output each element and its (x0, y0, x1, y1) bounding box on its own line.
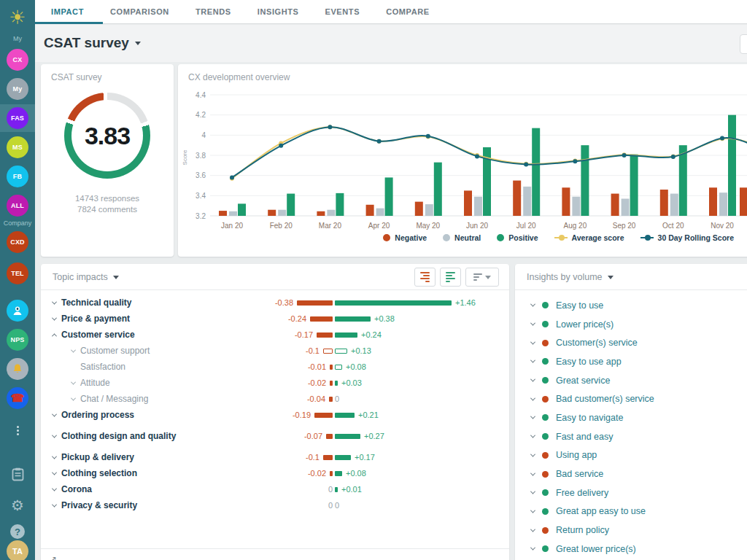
insight-label: Return policy (556, 525, 609, 535)
sidebar-section-my: My (0, 35, 35, 42)
legend-item[interactable]: Neutral (443, 233, 481, 242)
svg-text:Score: Score (182, 149, 188, 165)
topic-impacts-title: Topic impacts (53, 272, 108, 282)
insight-row[interactable]: Using app (515, 446, 747, 465)
user-avatar[interactable]: TA (7, 540, 28, 560)
chevron-down-icon (530, 302, 535, 307)
settings-gear-icon[interactable]: ⚙ (0, 497, 35, 514)
topic-row[interactable]: Technical quality-0.38+1.46 (41, 295, 509, 311)
tab-impact[interactable]: IMPACT (51, 0, 84, 24)
insight-row[interactable]: Easy to use app (515, 352, 747, 371)
insight-row[interactable]: Bad service (515, 464, 747, 483)
topic-impacts-dropdown[interactable]: Topic impacts (53, 272, 119, 282)
sidebar-item-fas[interactable]: FAS (7, 107, 28, 129)
topic-label: Chat / Messaging (80, 394, 148, 404)
sentiment-dot-icon (542, 340, 549, 346)
positive-impact-bar (335, 349, 347, 354)
insight-row[interactable]: Great app easy to use (515, 502, 747, 521)
app-logo-sun-icon[interactable]: ☀ (0, 4, 35, 31)
sidebar-item-all[interactable]: ALL (7, 195, 28, 217)
sidebar-item-fb[interactable]: FB (7, 166, 28, 187)
positive-impact-value: +0.21 (358, 411, 379, 419)
topic-label: Customer service (61, 330, 135, 340)
insight-label: Bad service (556, 469, 603, 479)
positive-impact-value: +0.08 (346, 469, 366, 478)
insight-row[interactable]: Free delivery (515, 483, 747, 502)
topic-row[interactable]: Chat / Messaging-0.040 (41, 391, 509, 407)
legend-item[interactable]: Average score (554, 233, 624, 242)
insights-dropdown[interactable]: Insights by volume (527, 272, 614, 282)
sort-by-negative-button[interactable] (414, 268, 436, 287)
positive-impact-bar (335, 332, 357, 338)
legend-item[interactable]: 30 Day Rolling Score (640, 233, 734, 242)
insight-row[interactable]: Easy to use (515, 296, 747, 315)
topic-row[interactable]: Clothing selection-0.02+0.08 (41, 465, 509, 481)
chevron-down-icon (530, 451, 535, 456)
topic-row[interactable]: Satisfaction-0.01+0.08 (41, 359, 509, 375)
sentiment-dot-icon (542, 489, 549, 496)
sidebar-item-person-icon[interactable] (7, 300, 28, 322)
topic-row[interactable]: Attitude-0.02+0.03 (41, 375, 509, 391)
insight-row[interactable]: Great service (515, 371, 747, 390)
sidebar-item-ms[interactable]: MS (7, 136, 28, 158)
insight-row[interactable]: Bad customer(s) service (515, 389, 747, 408)
negative-impact-value: -0.01 (308, 362, 326, 371)
topic-row[interactable]: Price & payment-0.24+0.38 (41, 311, 509, 327)
chevron-down-icon (608, 276, 614, 279)
sidebar-item-phone-icon[interactable]: ☎ (7, 387, 28, 409)
sidebar-item-bell-icon[interactable] (7, 358, 28, 380)
sort-order-dropdown-button[interactable] (465, 268, 499, 287)
insight-label: Lower price(s) (556, 319, 614, 330)
topic-row[interactable]: Customer support-0.1+0.13 (41, 343, 509, 359)
svg-text:4.4: 4.4 (196, 91, 206, 99)
help-icon[interactable]: ? (0, 524, 35, 539)
topic-row[interactable]: Ordering process-0.19+0.21 (41, 407, 509, 423)
survey-selector[interactable]: CSAT survey (44, 35, 141, 51)
insight-row[interactable]: Return policy (515, 521, 747, 540)
workspace-sidebar: ☀ My Company CXMyFASMSFBALLCXDTELNPS☎ ⚙ … (0, 0, 35, 560)
legend-item[interactable]: Positive (497, 233, 538, 242)
insight-row[interactable]: Customer(s) service (515, 333, 747, 352)
tab-events[interactable]: EVENTS (325, 0, 360, 24)
more-options-icon[interactable] (0, 424, 35, 437)
legend-item[interactable]: Negative (383, 233, 427, 242)
topic-row[interactable]: Pickup & delivery-0.1+0.17 (41, 449, 509, 465)
clipboard-icon[interactable] (0, 467, 35, 481)
negative-impact-bar (310, 316, 333, 322)
topic-row[interactable]: Privacy & security00 (41, 497, 509, 513)
chevron-down-icon (530, 358, 535, 363)
export-icon[interactable]: ↗ (50, 554, 57, 560)
cx-combo-chart[interactable]: 3.23.43.63.844.24.4ScoreJan 20Feb 20Mar … (178, 88, 747, 233)
tab-comparison[interactable]: COMPARISON (110, 0, 169, 24)
topic-row[interactable]: Corona0+0.01 (41, 481, 509, 497)
svg-text:Feb 20: Feb 20 (270, 222, 293, 230)
sentiment-dot-icon (542, 321, 549, 327)
negative-impact-bar (323, 349, 333, 354)
sidebar-item-my[interactable]: My (7, 78, 28, 100)
insight-row[interactable]: Great lower price(s) (515, 540, 747, 559)
topic-row[interactable]: Customer service-0.17+0.24 (41, 327, 509, 343)
svg-text:Aug 20: Aug 20 (564, 222, 587, 230)
positive-impact-bar (335, 300, 452, 306)
sort-by-positive-button[interactable] (440, 268, 461, 287)
chevron-down-icon (52, 470, 57, 475)
sidebar-item-nps[interactable]: NPS (7, 329, 28, 351)
topic-label: Clothing design and quality (61, 432, 176, 441)
tab-trends[interactable]: TRENDS (196, 0, 231, 24)
topic-row[interactable]: Clothing design and quality-0.07+0.27 (41, 423, 509, 449)
tab-compare[interactable]: COMPARE (386, 0, 430, 24)
sidebar-item-cxd[interactable]: CXD (7, 231, 28, 253)
sidebar-item-cx[interactable]: CX (7, 49, 28, 71)
sentiment-dot-icon (542, 414, 549, 421)
topic-label: Privacy & security (61, 501, 137, 510)
sidebar-item-tel[interactable]: TEL (7, 262, 28, 284)
header-action-button[interactable] (740, 34, 747, 54)
insight-row[interactable]: Easy to navigate (515, 408, 747, 427)
insight-row[interactable]: Fast and easy (515, 427, 747, 446)
sentiment-dot-icon (542, 527, 549, 534)
sentiment-dot-icon (542, 358, 549, 365)
tab-insights[interactable]: INSIGHTS (258, 0, 299, 24)
insight-row[interactable]: Lower price(s) (515, 315, 747, 334)
topic-label: Pickup & delivery (61, 453, 134, 462)
chevron-down-icon (71, 395, 76, 400)
